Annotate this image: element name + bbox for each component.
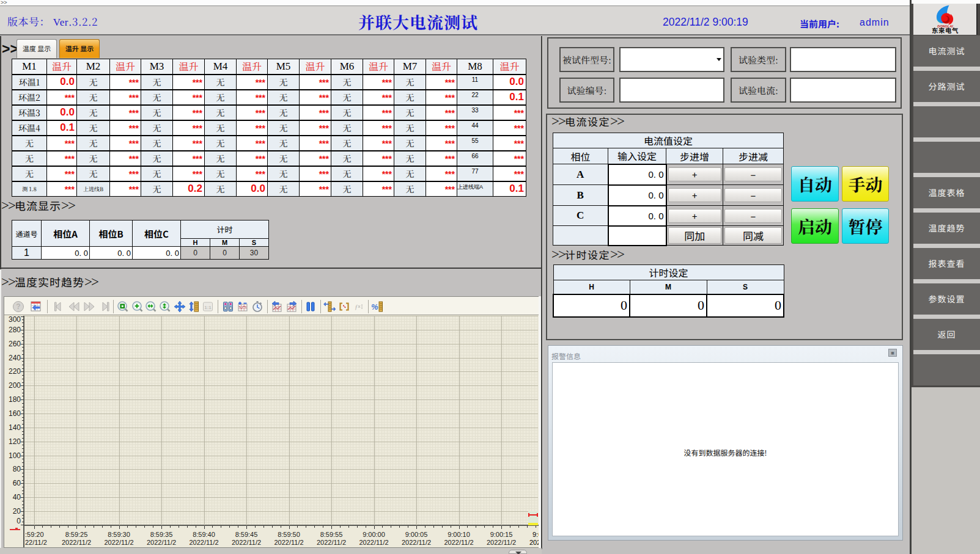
svg-text:%: % <box>372 302 378 312</box>
svg-text:ƒ: ƒ <box>355 303 358 310</box>
svg-text:1:1: 1:1 <box>204 305 212 310</box>
svg-text:东来电气: 东来电气 <box>932 26 959 34</box>
svg-text:?: ? <box>16 302 20 311</box>
